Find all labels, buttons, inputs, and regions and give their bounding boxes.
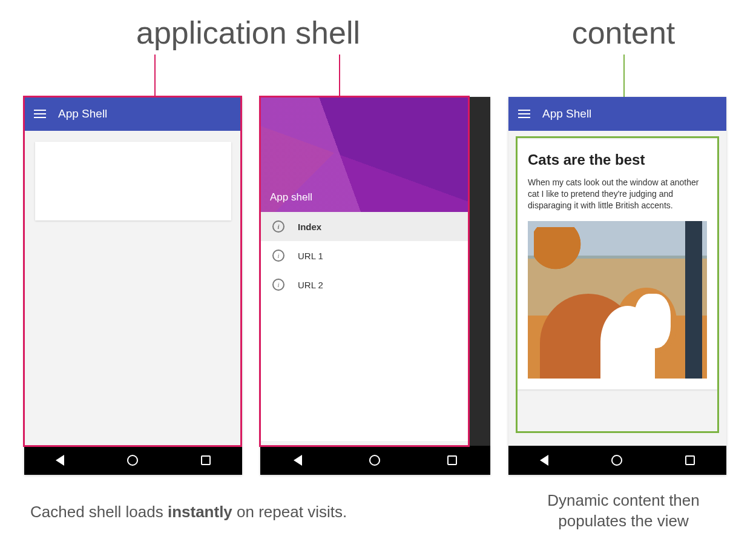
android-nav-bar [24, 446, 242, 475]
nav-home-icon[interactable] [369, 455, 380, 466]
content-card: Cats are the best When my cats look out … [517, 139, 718, 389]
phone-mock-shell-empty: App Shell [24, 97, 242, 475]
empty-content-card [35, 142, 231, 220]
drawer-item-url1[interactable]: i URL 1 [260, 241, 470, 270]
nav-recent-icon[interactable] [685, 455, 695, 465]
info-icon: i [272, 250, 284, 262]
info-icon: i [272, 279, 284, 291]
android-nav-bar [508, 446, 726, 475]
nav-home-icon[interactable] [127, 455, 138, 466]
heading-content: content [545, 15, 702, 51]
nav-recent-icon[interactable] [447, 455, 457, 465]
nav-back-icon[interactable] [540, 455, 548, 466]
drawer-header-label: App shell [270, 191, 312, 203]
caption-content: Dynamic content then populates the view [514, 491, 732, 532]
nav-recent-icon[interactable] [201, 455, 211, 465]
drawer-item-label: Index [298, 222, 321, 232]
drawer-item-url2[interactable]: i URL 2 [260, 270, 470, 299]
app-bar: App Shell [508, 97, 726, 131]
android-nav-bar [260, 446, 490, 475]
heading-application-shell: application shell [85, 15, 412, 51]
drawer-item-label: URL 1 [298, 251, 323, 261]
app-bar: App Shell [24, 97, 242, 131]
article-title: Cats are the best [528, 151, 707, 168]
phone-mock-content: App Shell Cats are the best When my cats… [508, 97, 726, 475]
drawer-item-label: URL 2 [298, 280, 323, 290]
hamburger-icon[interactable] [518, 110, 530, 118]
app-bar-title: App Shell [542, 107, 591, 121]
article-image-cats [528, 221, 707, 379]
caption-shell: Cached shell loads instantly on repeat v… [30, 503, 454, 521]
nav-drawer: App shell i Index i URL 1 i URL 2 [260, 97, 470, 441]
nav-back-icon[interactable] [56, 455, 64, 466]
nav-back-icon[interactable] [294, 455, 302, 466]
connector-line [154, 55, 156, 97]
nav-home-icon[interactable] [611, 455, 622, 466]
drawer-item-index[interactable]: i Index [260, 212, 470, 241]
info-icon: i [272, 220, 284, 233]
scrim-background [470, 97, 490, 475]
article-body: When my cats look out the window at anot… [528, 177, 707, 211]
drawer-header: App shell [260, 97, 470, 212]
phone-mock-shell-drawer: App shell i Index i URL 1 i URL 2 [260, 97, 490, 475]
connector-line [339, 55, 340, 97]
app-bar-title: App Shell [58, 107, 107, 121]
hamburger-icon[interactable] [34, 110, 46, 118]
